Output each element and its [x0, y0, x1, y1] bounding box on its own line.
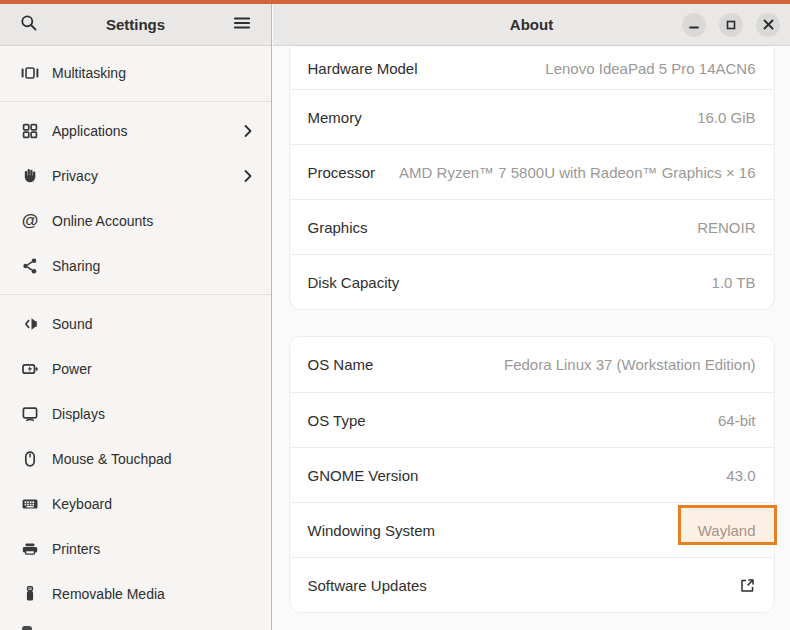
row-label: OS Type — [308, 412, 366, 429]
info-row-os-type: OS Type 64-bit — [290, 392, 774, 447]
sidebar-item-power[interactable]: Power — [0, 346, 271, 391]
row-label: Windowing System — [308, 522, 436, 539]
sidebar-item-applications[interactable]: Applications — [0, 108, 271, 153]
top-accent-bar — [0, 0, 790, 4]
minimize-button[interactable] — [682, 13, 706, 37]
sidebar-item-label: Keyboard — [52, 496, 255, 512]
sidebar-item-sharing[interactable]: Sharing — [0, 243, 271, 288]
usb-drive-icon — [21, 585, 39, 603]
sidebar-item-online-accounts[interactable]: @ Online Accounts — [0, 198, 271, 243]
row-value: Lenovo IdeaPad 5 Pro 14ACN6 — [545, 60, 755, 77]
speaker-sound-icon — [21, 315, 39, 333]
info-row-gnome-version: GNOME Version 43.0 — [290, 447, 774, 502]
battery-power-icon — [21, 360, 39, 378]
sidebar-item-label: Sound — [52, 316, 255, 332]
sidebar-title: Settings — [44, 16, 227, 33]
sidebar-item-label: Power — [52, 361, 255, 377]
sidebar-item-printers[interactable]: Printers — [0, 526, 271, 571]
primary-menu-button[interactable] — [227, 10, 257, 40]
sidebar-item-keyboard[interactable]: Keyboard — [0, 481, 271, 526]
settings-window: Settings Multitasking Applications — [0, 0, 790, 630]
hardware-info-card: Hardware Model Lenovo IdeaPad 5 Pro 14AC… — [289, 47, 775, 310]
info-row-processor: Processor AMD Ryzen™ 7 5800U with Radeon… — [290, 144, 774, 199]
info-row-graphics: Graphics RENOIR — [290, 199, 774, 254]
sidebar-item-label: Multitasking — [52, 65, 255, 81]
row-value: AMD Ryzen™ 7 5800U with Radeon™ Graphics… — [399, 164, 755, 181]
monitor-icon — [21, 405, 39, 423]
search-button[interactable] — [14, 10, 44, 40]
sidebar-item-removable-media[interactable]: Removable Media — [0, 571, 271, 616]
sidebar-item-label: Displays — [52, 406, 255, 422]
software-info-card: OS Name Fedora Linux 37 (Workstation Edi… — [289, 336, 775, 613]
info-row-software-updates[interactable]: Software Updates — [290, 557, 774, 612]
row-value: RENOIR — [697, 219, 755, 236]
sidebar-item-label: Mouse & Touchpad — [52, 451, 255, 467]
row-label: Software Updates — [308, 577, 427, 594]
about-scroll-area[interactable]: Hardware Model Lenovo IdeaPad 5 Pro 14AC… — [273, 47, 790, 630]
sidebar-item-label: Applications — [52, 123, 228, 139]
close-icon — [763, 19, 774, 30]
chevron-right-icon — [241, 124, 255, 138]
about-panel: About Hardware Model Lenovo IdeaPad 5 Pr… — [273, 4, 790, 630]
sidebar-item-mouse-touchpad[interactable]: Mouse & Touchpad — [0, 436, 271, 481]
sidebar-item-label: Printers — [52, 541, 255, 557]
share-nodes-icon — [21, 257, 39, 275]
row-value: Fedora Linux 37 (Workstation Edition) — [504, 356, 756, 373]
external-link-icon — [739, 577, 756, 594]
row-label: OS Name — [308, 356, 374, 373]
sidebar-headerbar: Settings — [0, 4, 271, 46]
hand-privacy-icon — [21, 167, 39, 185]
info-row-memory: Memory 16.0 GiB — [290, 89, 774, 144]
row-value: 1.0 TB — [712, 274, 756, 291]
row-label: Hardware Model — [308, 60, 418, 77]
sidebar-item-label: Sharing — [52, 258, 255, 274]
window-controls — [682, 13, 780, 37]
sidebar-item-multitasking[interactable]: Multitasking — [0, 50, 271, 95]
chevron-right-icon — [241, 169, 255, 183]
hamburger-menu-icon — [233, 14, 251, 36]
keyboard-icon — [21, 495, 39, 513]
printer-icon — [21, 540, 39, 558]
sidebar-item-sound[interactable]: Sound — [0, 301, 271, 346]
sidebar-group-divider — [0, 101, 271, 102]
sidebar-group-divider — [0, 294, 271, 295]
info-row-windowing-system: Windowing System Wayland — [290, 502, 774, 557]
row-value: 64-bit — [718, 412, 756, 429]
sidebar-item-privacy[interactable]: Privacy — [0, 153, 271, 198]
sidebar-item-label: Online Accounts — [52, 213, 255, 229]
maximize-icon — [726, 20, 736, 30]
mouse-icon — [21, 450, 39, 468]
minimize-icon — [689, 20, 699, 30]
row-label: Memory — [308, 109, 362, 126]
close-button[interactable] — [756, 13, 780, 37]
sidebar-list: Multitasking Applications Privacy — [0, 46, 271, 616]
sidebar-item-label: Privacy — [52, 168, 228, 184]
row-label: Disk Capacity — [308, 274, 400, 291]
applications-grid-icon — [21, 122, 39, 140]
sidebar-item-label: Removable Media — [52, 586, 255, 602]
info-row-hardware-model: Hardware Model Lenovo IdeaPad 5 Pro 14AC… — [290, 47, 774, 89]
multitasking-icon — [21, 64, 39, 82]
row-label: GNOME Version — [308, 467, 419, 484]
at-symbol-icon: @ — [21, 212, 39, 230]
partial-next-item-icon — [22, 626, 32, 630]
info-row-os-name: OS Name Fedora Linux 37 (Workstation Edi… — [290, 337, 774, 392]
sidebar-item-displays[interactable]: Displays — [0, 391, 271, 436]
sidebar: Settings Multitasking Applications — [0, 4, 272, 630]
row-label: Processor — [308, 164, 376, 181]
row-label: Graphics — [308, 219, 368, 236]
search-icon — [20, 14, 38, 36]
row-value: Wayland — [698, 522, 756, 539]
row-value: 43.0 — [726, 467, 755, 484]
row-value: 16.0 GiB — [697, 109, 755, 126]
maximize-button[interactable] — [719, 13, 743, 37]
main-headerbar: About — [273, 4, 790, 46]
info-row-disk-capacity: Disk Capacity 1.0 TB — [290, 254, 774, 309]
